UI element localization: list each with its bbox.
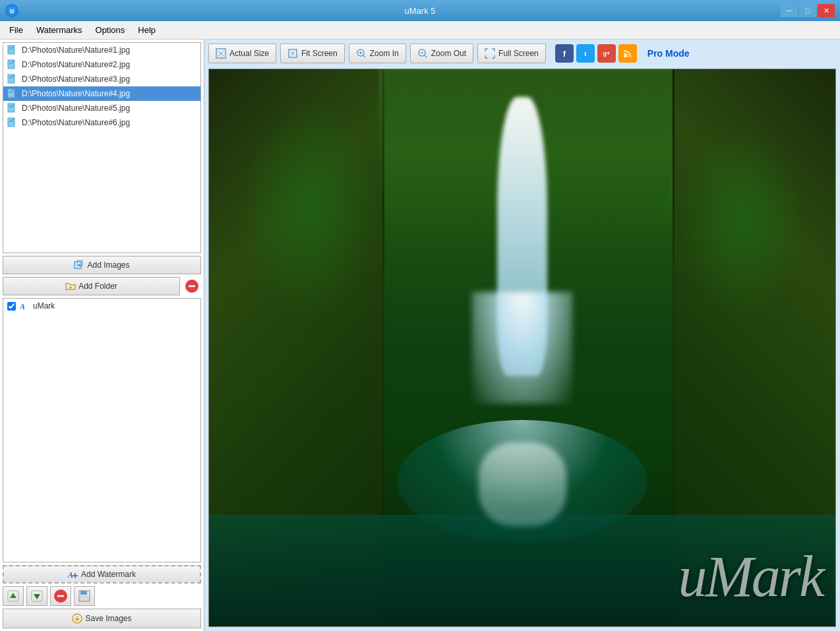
svg-rect-21: [9, 120, 13, 121]
menu-options[interactable]: Options: [89, 22, 132, 38]
left-panel: D:\Photos\Nature\Nature#1.jpg D:\Photos\…: [0, 40, 204, 631]
maximize-button[interactable]: □: [799, 4, 816, 17]
svg-rect-43: [80, 591, 87, 595]
svg-rect-9: [9, 76, 13, 77]
remove-watermark-button[interactable]: [50, 586, 71, 606]
svg-rect-13: [9, 91, 13, 92]
twitter-button[interactable]: t: [576, 44, 595, 63]
menu-help[interactable]: Help: [131, 22, 162, 38]
add-folder-icon: [65, 281, 76, 291]
toolbar: Actual Size Fit Screen Zoom In: [208, 44, 836, 63]
svg-rect-2: [9, 49, 13, 49]
svg-point-59: [624, 55, 626, 57]
fit-screen-icon: [287, 48, 298, 59]
file-icon: [7, 117, 18, 128]
file-path: D:\Photos\Nature\Nature#6.jpg: [22, 118, 130, 127]
social-icons: f t g+: [555, 44, 637, 63]
full-screen-button[interactable]: Full Screen: [477, 44, 546, 63]
svg-rect-14: [9, 92, 13, 93]
image-preview: uMark: [208, 69, 836, 627]
watermark-item[interactable]: A uMark: [3, 299, 200, 313]
actual-size-icon: [216, 48, 226, 59]
save-images-icon: [72, 613, 82, 624]
move-up-icon: [7, 590, 19, 602]
app-icon: u: [5, 4, 18, 17]
watermark-text-icon: A: [20, 301, 29, 311]
waterfall-scene: uMark: [209, 69, 835, 626]
pro-mode-label[interactable]: Pro Mode: [647, 48, 690, 59]
water-bottom: [209, 515, 835, 626]
add-folder-button[interactable]: Add Folder: [3, 277, 180, 295]
file-list[interactable]: D:\Photos\Nature\Nature#1.jpg D:\Photos\…: [3, 42, 201, 253]
add-images-row: Add Images: [3, 256, 201, 274]
add-watermark-icon: A: [68, 569, 78, 580]
file-path: D:\Photos\Nature\Nature#5.jpg: [22, 104, 130, 113]
file-item[interactable]: D:\Photos\Nature\Nature#5.jpg: [3, 101, 200, 115]
watermark-checkbox[interactable]: [7, 302, 16, 311]
zoom-in-button[interactable]: Zoom In: [349, 44, 406, 63]
add-watermark-button[interactable]: A Add Watermark: [3, 565, 201, 584]
watermark-list[interactable]: A uMark: [3, 298, 201, 562]
menu-file[interactable]: File: [3, 22, 30, 38]
minimize-button[interactable]: ─: [781, 4, 798, 17]
svg-rect-17: [9, 105, 13, 106]
water-reflection: [479, 442, 566, 526]
fit-screen-button[interactable]: Fit Screen: [280, 44, 345, 63]
zoom-out-icon: [417, 48, 428, 59]
file-path: D:\Photos\Nature\Nature#3.jpg: [22, 75, 130, 84]
remove-icon: [185, 279, 199, 293]
svg-rect-6: [9, 63, 13, 64]
icon-button-row: [3, 586, 201, 606]
svg-rect-44: [80, 596, 88, 601]
svg-text:A: A: [68, 570, 73, 580]
svg-text:A: A: [20, 302, 25, 311]
waterfall-splash: [472, 292, 572, 404]
title-bar-left: u: [5, 4, 18, 17]
watermark-label: uMark: [33, 301, 55, 311]
rss-button[interactable]: [618, 44, 637, 63]
move-up-button[interactable]: [3, 586, 24, 606]
svg-line-57: [424, 55, 427, 58]
add-images-button[interactable]: Add Images: [3, 256, 201, 274]
menu-watermarks[interactable]: Watermarks: [30, 22, 89, 38]
file-item[interactable]: D:\Photos\Nature\Nature#2.jpg: [3, 57, 200, 72]
file-item-selected[interactable]: D:\Photos\Nature\Nature#4.jpg: [3, 86, 200, 101]
svg-rect-1: [9, 47, 13, 48]
remove-watermark-icon: [53, 589, 68, 603]
rss-icon: [623, 49, 632, 58]
file-icon: [7, 103, 18, 113]
right-panel: Actual Size Fit Screen Zoom In: [204, 40, 840, 631]
actual-size-button[interactable]: Actual Size: [208, 44, 276, 63]
close-button[interactable]: ✕: [818, 4, 835, 17]
svg-rect-10: [9, 78, 13, 78]
main-content: D:\Photos\Nature\Nature#1.jpg D:\Photos\…: [0, 40, 840, 631]
file-item[interactable]: D:\Photos\Nature\Nature#3.jpg: [3, 72, 200, 86]
menu-bar: File Watermarks Options Help: [0, 21, 840, 40]
file-item[interactable]: D:\Photos\Nature\Nature#6.jpg: [3, 115, 200, 130]
full-screen-icon: [485, 48, 495, 59]
title-bar-controls: ─ □ ✕: [781, 4, 835, 17]
svg-rect-5: [9, 62, 13, 63]
remove-folder-button[interactable]: [183, 277, 201, 295]
zoom-in-icon: [356, 48, 367, 59]
file-item[interactable]: D:\Photos\Nature\Nature#1.jpg: [3, 43, 200, 57]
foliage-left: [241, 97, 378, 320]
svg-marker-39: [34, 594, 40, 599]
bottom-controls: A Add Watermark: [3, 565, 201, 628]
save-icon: [78, 590, 90, 602]
save-watermark-button[interactable]: [74, 586, 95, 606]
move-down-icon: [31, 590, 43, 602]
foliage-right: [679, 125, 804, 320]
facebook-button[interactable]: f: [555, 44, 574, 63]
file-icon: [7, 45, 18, 55]
save-images-button[interactable]: Save Images: [3, 609, 201, 628]
title-bar-title: uMark 5: [405, 6, 436, 16]
title-bar: u uMark 5 ─ □ ✕: [0, 0, 840, 21]
file-path: D:\Photos\Nature\Nature#1.jpg: [22, 45, 130, 55]
file-path: D:\Photos\Nature\Nature#2.jpg: [22, 60, 130, 69]
file-icon: [7, 88, 18, 99]
google-plus-button[interactable]: g+: [597, 44, 616, 63]
file-path: D:\Photos\Nature\Nature#4.jpg: [22, 89, 130, 98]
move-down-button[interactable]: [26, 586, 47, 606]
zoom-out-button[interactable]: Zoom Out: [410, 44, 473, 63]
